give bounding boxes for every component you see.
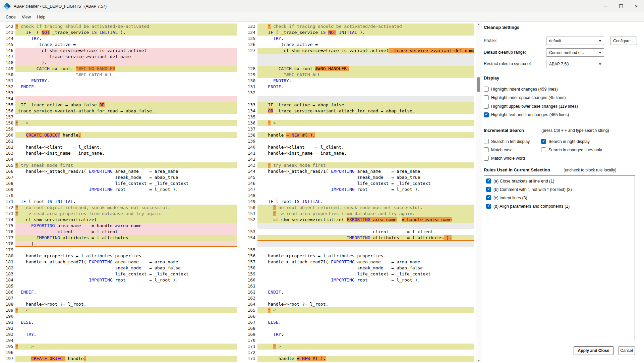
- code-line[interactable]: 148 ).: [0, 60, 237, 66]
- code-line[interactable]: 170: [0, 193, 237, 199]
- code-line[interactable]: 124 IF ( _trace_service IS NOT INITIAL )…: [242, 30, 474, 36]
- rule-item-align-parameters[interactable]: (d) Align parameters and components (1): [484, 202, 635, 210]
- code-line[interactable]: 128 CATCH cx_root ##NO_HANDLER.: [242, 66, 474, 72]
- code-line[interactable]: 143 IF ( NOT _trace_service IS INITIAL )…: [0, 30, 237, 36]
- code-line[interactable]: 180 handle->properties = l_attributes-pr…: [0, 253, 237, 259]
- minimize-button[interactable]: [598, 0, 613, 12]
- code-line[interactable]: 146 life_context = _life_context: [242, 180, 474, 187]
- code-line[interactable]: 154 IMPORTING attributes = l_attributes …: [242, 235, 474, 241]
- code-line[interactable]: 129 "#EC CATCH_ALL: [242, 72, 474, 78]
- code-line[interactable]: 173* -> read area properties from databa…: [0, 211, 237, 217]
- code-line[interactable]: 132: [242, 90, 474, 96]
- code-line[interactable]: 154: [0, 96, 237, 102]
- code-line[interactable]: 185: [0, 283, 237, 289]
- right-code-panel[interactable]: 123 " check if tracing should be activat…: [242, 22, 474, 363]
- checkbox[interactable]: [541, 147, 546, 152]
- rule-item-close-brackets[interactable]: (a) Close brackets at line end (1): [484, 177, 635, 185]
- code-line[interactable]: 125 TRY.: [242, 36, 474, 42]
- code-line[interactable]: [242, 241, 474, 247]
- code-line[interactable]: 155 IF _trace_active = abap_false OR: [0, 102, 237, 108]
- code-line[interactable]: 156 handle->properties = l_attributes-pr…: [242, 253, 474, 259]
- code-line[interactable]: 172* no root object returned, sneak mode…: [0, 205, 237, 211]
- menu-code[interactable]: Code: [3, 13, 19, 21]
- code-line[interactable]: 151 ENDTRY.: [0, 78, 237, 84]
- checkbox[interactable]: [484, 112, 489, 117]
- code-line[interactable]: 159: [0, 126, 237, 132]
- checkbox[interactable]: [486, 204, 491, 209]
- code-line[interactable]: 143 " try sneak mode first: [242, 162, 474, 168]
- code-line[interactable]: 133 IF _trace_active = abap_false: [242, 102, 474, 108]
- configure-button[interactable]: Configure...: [610, 37, 637, 45]
- code-line[interactable]: 150 "#EC CATCH_ALL: [0, 72, 237, 78]
- code-line[interactable]: 174 cl_shm_service=>initialize(: [0, 217, 237, 223]
- code-line[interactable]: 147 _trace_service->variant-def_name: [0, 54, 237, 60]
- close-button[interactable]: ✕: [629, 0, 644, 12]
- code-line[interactable]: 152 cl_shm_service=>initialize( EXPORTIN…: [242, 217, 474, 223]
- code-line[interactable]: 171 IF l_root IS INITIAL.: [0, 199, 237, 205]
- code-line[interactable]: 140 handle->client = l_client.: [242, 144, 474, 150]
- code-line[interactable]: 175 EXPORTING area_name = handle->area_n…: [0, 223, 237, 229]
- code-line[interactable]: 157: [0, 114, 237, 120]
- code-line[interactable]: 148: [242, 193, 474, 199]
- code-line[interactable]: 142* check if tracing should be activate…: [0, 23, 237, 30]
- left-code-panel[interactable]: 142* check if tracing should be activate…: [0, 22, 237, 363]
- profile-dropdown[interactable]: default: [546, 37, 604, 45]
- code-line[interactable]: [242, 96, 474, 102]
- code-line[interactable]: 157 handle->_attach_read71( EXPORTING ar…: [242, 259, 474, 265]
- checkbox[interactable]: [484, 95, 489, 100]
- code-line[interactable]: 145 _trace_active =: [0, 42, 237, 48]
- checkbox[interactable]: [484, 87, 489, 92]
- code-line[interactable]: 139: [242, 138, 474, 144]
- code-line[interactable]: 195* >: [0, 344, 237, 350]
- code-line[interactable]: 141 handle->inst_name = inst_name.: [242, 150, 474, 156]
- code-line[interactable]: 147 IMPORTING root = l_root ).: [242, 187, 474, 193]
- apply-and-close-button[interactable]: Apply and Close: [574, 346, 613, 355]
- code-line[interactable]: 163: [242, 295, 474, 301]
- vertical-scrollbar[interactable]: ▲ ▼: [476, 22, 482, 363]
- code-line[interactable]: 168 life_context = _life_context: [0, 180, 237, 187]
- maximize-button[interactable]: [613, 0, 629, 12]
- code-line[interactable]: 159 life_context = _life_context: [242, 271, 474, 277]
- code-line[interactable]: 127 cl_shm_service=>trace_is_variant_act…: [242, 48, 474, 54]
- code-line[interactable]: 158 sneak_mode = abap_false: [242, 265, 474, 271]
- code-line[interactable]: 192: [0, 325, 237, 331]
- code-line[interactable]: [242, 223, 474, 229]
- scroll-down-button[interactable]: ▼: [476, 360, 482, 362]
- code-line[interactable]: 155: [242, 247, 474, 253]
- syntax-restrict-dropdown[interactable]: ABAP 7.58: [546, 60, 604, 68]
- code-line[interactable]: 142: [242, 156, 474, 162]
- code-line[interactable]: 163 handle->inst_name = inst_name.: [0, 150, 237, 156]
- rule-item-comment-style[interactable]: (b) Comment with ", not with * (for text…: [484, 185, 635, 194]
- code-line[interactable]: 144 TRY.: [0, 36, 237, 42]
- code-line[interactable]: 161: [242, 283, 474, 289]
- code-line[interactable]: 166 handle->_attach_read71( EXPORTING ar…: [0, 168, 237, 174]
- code-line[interactable]: 151 " -> read area properties from datab…: [242, 211, 474, 217]
- code-line[interactable]: 153 client = l_client: [242, 229, 474, 235]
- code-line[interactable]: 179: [0, 247, 237, 253]
- code-line[interactable]: 123 " check if tracing should be activat…: [242, 23, 474, 30]
- checkbox[interactable]: [486, 187, 491, 192]
- code-line[interactable]: 135: [242, 114, 474, 120]
- code-line[interactable]: 162 ENDIF.: [242, 289, 474, 295]
- rule-item-indent-lines[interactable]: (c) Indent lines (3): [484, 194, 635, 202]
- code-line[interactable]: 144 handle->_attach_read71( EXPORTING ar…: [242, 168, 474, 174]
- code-line[interactable]: 186 ENDIF.: [0, 289, 237, 295]
- code-line[interactable]: 150 " no root object returned, sneak mod…: [242, 205, 474, 211]
- code-line[interactable]: 194: [0, 338, 237, 344]
- code-line[interactable]: 161: [0, 138, 237, 144]
- cancel-button[interactable]: Cancel: [618, 346, 635, 355]
- code-line[interactable]: 138 handle = NEW #( ).: [242, 132, 474, 138]
- code-line[interactable]: 136 " >: [242, 120, 474, 126]
- code-line[interactable]: 189* <: [0, 307, 237, 313]
- checkbox[interactable]: [484, 156, 489, 161]
- code-line[interactable]: 166: [242, 313, 474, 319]
- scroll-up-button[interactable]: ▲: [476, 23, 482, 25]
- code-line[interactable]: 149 CATCH cx_root. "#EC NO_HANDLER: [0, 66, 237, 72]
- code-line[interactable]: 167 ELSE.: [242, 319, 474, 325]
- code-line[interactable]: 176 client = l_client: [0, 229, 237, 235]
- cleanup-range-dropdown[interactable]: Current method etc.: [546, 48, 604, 57]
- code-line[interactable]: 160 IMPORTING root = l_root ).: [242, 277, 474, 283]
- code-line[interactable]: 182 sneak_mode = abap_false: [0, 265, 237, 271]
- code-line[interactable]: 165* try sneak mode first: [0, 162, 237, 168]
- code-line[interactable]: 168: [242, 325, 474, 331]
